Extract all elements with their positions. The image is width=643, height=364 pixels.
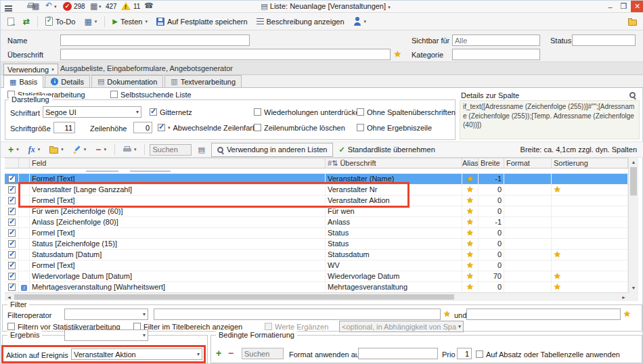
ergebnis-combo[interactable]: ▾: [64, 329, 148, 341]
ueberschrift-star-icon[interactable]: ★: [394, 50, 401, 58]
scrollbar-thumb[interactable]: [14, 294, 454, 300]
user-dropdown-button[interactable]: ▾: [350, 16, 370, 27]
add-format-plus-icon[interactable]: +: [216, 348, 221, 358]
filter-star-icon[interactable]: ★: [443, 310, 451, 318]
sort-star-icon[interactable]: ★: [554, 250, 561, 259]
table-row[interactable]: Statusdatum [Datum]Statusdatum★0★: [5, 250, 628, 260]
alias-star-icon[interactable]: ★: [466, 174, 474, 183]
header-alias[interactable]: Alias: [462, 158, 479, 168]
header-feld[interactable]: Feld: [30, 158, 326, 168]
ohne-ergebnis-checkbox-item[interactable]: Ohne Ergebniszeile: [357, 123, 432, 132]
restore-button[interactable]: ❒: [617, 1, 630, 12]
standardliste-button[interactable]: ✓ Standardliste übernehmen: [336, 144, 439, 155]
format-search-input[interactable]: [242, 348, 284, 359]
alias-star-icon[interactable]: ★: [466, 196, 474, 205]
calendar-grid-icon[interactable]: ▦: [32, 2, 39, 10]
search-list-button[interactable]: ▤: [194, 145, 208, 155]
grid-dropdown-icon[interactable]: ▾: [99, 4, 102, 9]
alias-star-icon[interactable]: ★: [466, 282, 474, 292]
row-checkbox[interactable]: [8, 186, 16, 194]
save-to-disk-button[interactable]: Auf Festplatte speichern: [153, 16, 251, 27]
sort-star-icon[interactable]: ★: [554, 282, 561, 292]
minimize-button[interactable]: –: [604, 1, 617, 12]
table-row[interactable]: Formel [Text]WV★0: [5, 260, 628, 271]
table-row[interactable]: Veranstalter [Lange Ganzzahl]Veranstalte…: [5, 185, 628, 196]
filter-expression2-input[interactable]: [466, 309, 621, 320]
name-input[interactable]: [60, 35, 250, 46]
row-checkbox[interactable]: [8, 229, 16, 237]
remove-column-button[interactable]: −▾: [92, 143, 110, 156]
alias-star-icon[interactable]: ★: [466, 185, 474, 194]
absatz-checkbox[interactable]: [476, 350, 483, 358]
verwendung-in-listen-button[interactable]: Verwendung in anderen Listen: [211, 143, 333, 157]
table-row[interactable]: iMehrtagesveranstaltung [Wahrheitswert]M…: [5, 282, 628, 293]
absatz-checkbox-item[interactable]: Auf Absatz oder Tabellenzelle anwenden: [476, 350, 620, 359]
verwendung-button[interactable]: Verwendung ▾: [3, 64, 58, 75]
filter-star2-icon[interactable]: ★: [623, 310, 631, 318]
ohne-ergebnis-checkbox[interactable]: [357, 124, 364, 131]
print-column-button[interactable]: ▾: [120, 145, 140, 155]
kategorie-input[interactable]: [452, 49, 540, 60]
tab-details[interactable]: i Details: [45, 75, 90, 87]
schriftgroesse-input[interactable]: [53, 122, 75, 133]
prio-input[interactable]: [457, 348, 472, 359]
header-breite[interactable]: Breite: [479, 158, 504, 168]
undo-dropdown-icon[interactable]: ▾: [54, 4, 57, 9]
row-checkbox[interactable]: [8, 283, 16, 291]
warning-icon[interactable]: [121, 2, 131, 10]
tab-basis[interactable]: ▦ Basis: [3, 75, 43, 88]
status-input[interactable]: [572, 35, 636, 46]
filtern-vor-statistik-checkbox[interactable]: [7, 323, 15, 330]
grid-icon[interactable]: ▦: [90, 2, 97, 10]
alias-star-icon[interactable]: ★: [466, 271, 474, 281]
table-row[interactable]: Formel [Text]Status★0: [5, 228, 628, 239]
wiederholungen-checkbox-item[interactable]: Wiederholungen unterdrücken: [254, 108, 363, 116]
show-description-button[interactable]: Beschreibung anzeigen: [253, 16, 348, 27]
close-button[interactable]: ✕: [631, 1, 643, 12]
ohne-spalten-checkbox-item[interactable]: Ohne Spaltenüberschriften: [357, 108, 456, 116]
column-search-input[interactable]: [150, 144, 192, 156]
tab-textverarbeitung[interactable]: ▥ Textverarbeitung: [164, 75, 242, 87]
filter-expression-input[interactable]: [154, 309, 441, 320]
row-checkbox[interactable]: [8, 273, 16, 280]
aktion-combo[interactable]: Veranstalter Aktion ▾: [71, 348, 202, 360]
table-row[interactable]: Anlass [Zeichenfolge (80)]Anlass★-1: [5, 217, 628, 228]
zeilenhoehe-input[interactable]: [133, 122, 152, 133]
transfer-button[interactable]: ⇄: [20, 16, 33, 27]
header-format[interactable]: Format: [504, 158, 552, 168]
check-badge-icon[interactable]: ✓: [63, 2, 72, 11]
magnifier-icon[interactable]: [629, 91, 636, 99]
row-checkbox[interactable]: [8, 208, 16, 215]
row-checkbox[interactable]: [8, 262, 16, 269]
scroll-right-icon[interactable]: ►: [619, 293, 628, 301]
format-anwenden-input[interactable]: [358, 348, 438, 359]
sichtbar-input[interactable]: [452, 35, 540, 46]
open-folder-button[interactable]: [625, 16, 640, 27]
selbstsuchende-checkbox[interactable]: [110, 91, 118, 98]
menu-icon[interactable]: [5, 5, 12, 12]
horizontal-scrollbar[interactable]: ◄ ►: [5, 292, 628, 301]
row-checkbox[interactable]: [8, 175, 16, 183]
alias-star-icon[interactable]: ★: [466, 206, 474, 216]
alias-star-icon[interactable]: ★: [466, 250, 474, 259]
todo-button[interactable]: To-Do: [42, 16, 79, 27]
zeilenumbrueche-checkbox[interactable]: [254, 124, 261, 131]
phone-icon[interactable]: ☎: [144, 2, 154, 9]
sort-star-icon[interactable]: ★: [554, 185, 561, 194]
row-checkbox[interactable]: [8, 251, 16, 258]
wiederholungen-checkbox[interactable]: [254, 108, 261, 116]
table-row[interactable]: Formel [Text]Veranstalter (Name)★-1: [5, 174, 628, 185]
color-dropdown-icon[interactable]: ▾: [168, 125, 171, 131]
scroll-down-icon[interactable]: ▼: [629, 283, 638, 292]
tab-dokumentation[interactable]: ▤ Dokumentation: [91, 75, 163, 87]
undo-icon[interactable]: ↶: [45, 1, 52, 9]
testen-button[interactable]: ▶ Testen ▾: [109, 16, 151, 27]
remove-format-minus-icon[interactable]: −: [228, 348, 234, 358]
title-dropdown-icon[interactable]: ▾: [388, 5, 391, 9]
open-column-button[interactable]: ▾: [46, 144, 67, 155]
edit-column-button[interactable]: ▾: [70, 144, 90, 156]
vertical-scrollbar[interactable]: ▲ ▼: [628, 158, 638, 292]
formula-button[interactable]: fx▾: [25, 144, 44, 155]
filter-cb2-item[interactable]: Filter im Titelbereich anzeigen: [133, 322, 242, 331]
add-column-button[interactable]: +▾: [5, 143, 22, 156]
